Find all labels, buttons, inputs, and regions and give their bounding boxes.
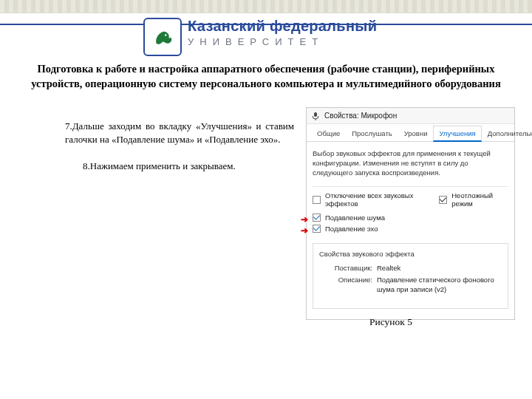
svg-rect-1 <box>314 112 317 117</box>
properties-dialog: Свойства: Микрофон Общие Прослушать Уров… <box>306 107 515 320</box>
provider-value: Realtek <box>377 264 502 273</box>
checkbox-noise-suppression[interactable] <box>313 214 321 222</box>
dialog-titlebar: Свойства: Микрофон <box>307 108 514 124</box>
brand-block: Казанский федеральный УНИВЕРСИТЕТ <box>143 18 377 56</box>
urgent-mode-label: Неотложный режим <box>451 191 508 208</box>
decorative-top-border <box>0 0 532 13</box>
tab-general[interactable]: Общие <box>311 126 346 141</box>
echo-label: Подавление эхо <box>325 225 378 233</box>
desc-label: Описание: <box>319 276 372 295</box>
svg-point-0 <box>165 34 167 36</box>
dialog-description: Выбор звуковых эффектов для применения к… <box>313 149 508 177</box>
top-options-row: Отключение всех звуковых эффектов Неотло… <box>313 186 508 208</box>
tab-enhancements[interactable]: Улучшения <box>433 126 481 142</box>
brand-line1: Казанский федеральный <box>188 18 377 35</box>
desc-value: Подавление статического фонового шума пр… <box>377 276 502 295</box>
brand-line2: УНИВЕРСИТЕТ <box>188 36 377 47</box>
university-logo <box>143 18 182 56</box>
dragon-icon <box>150 24 175 50</box>
step-7: 7.Дальше заходим во вкладку «Улучшения» … <box>65 120 294 146</box>
dialog-title: Свойства: Микрофон <box>324 112 397 120</box>
dialog-tabs: Общие Прослушать Уровни Улучшения Дополн… <box>307 124 514 142</box>
arrow-icon: ➔ <box>301 214 308 225</box>
step-8: 8.Нажимаем применить и закрываем. <box>65 160 294 173</box>
description-row: Описание: Подавление статического фоново… <box>319 276 502 295</box>
arrow-icon: ➔ <box>301 225 308 236</box>
option-noise-row: ➔ Подавление шума <box>313 214 508 222</box>
microphone-icon <box>311 112 320 120</box>
effect-properties-box: Свойства звукового эффекта Поставщик: Re… <box>313 243 508 308</box>
dialog-body: Выбор звуковых эффектов для применения к… <box>307 142 514 319</box>
document-title: Подготовка к работе и настройка аппаратн… <box>21 62 511 91</box>
tab-listen[interactable]: Прослушать <box>346 126 398 141</box>
checkbox-urgent-mode[interactable] <box>439 196 447 204</box>
brand-text: Казанский федеральный УНИВЕРСИТЕТ <box>188 18 377 47</box>
option-echo-row: ➔ Подавление эхо <box>313 225 508 233</box>
checkbox-disable-all[interactable] <box>313 196 321 204</box>
effect-properties-title: Свойства звукового эффекта <box>319 250 502 258</box>
tab-levels[interactable]: Уровни <box>398 126 434 141</box>
instruction-text: 7.Дальше заходим во вкладку «Улучшения» … <box>65 120 294 174</box>
figure-caption: Рисунок 5 <box>369 316 412 328</box>
provider-label: Поставщик: <box>319 264 372 273</box>
disable-all-label: Отключение всех звуковых эффектов <box>325 191 434 208</box>
provider-row: Поставщик: Realtek <box>319 264 502 273</box>
tab-advanced[interactable]: Дополнительно <box>482 126 532 141</box>
noise-label: Подавление шума <box>325 214 385 222</box>
checkbox-echo-suppression[interactable] <box>313 225 321 233</box>
